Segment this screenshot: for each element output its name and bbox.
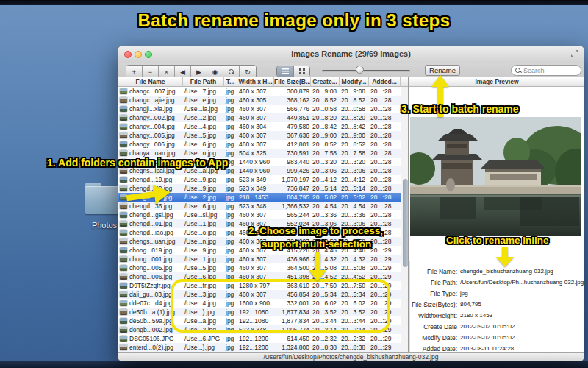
cell-file-name: changc...ajie.jpg	[129, 96, 174, 105]
table-row[interactable]: changy...005.jpg/Use...5.jpgjpg460 x 307…	[118, 131, 401, 140]
table-row[interactable]: chengd...gsi.jpg/Use...si.jpgjpg460 x 30…	[118, 210, 401, 219]
info-value[interactable]: jpg	[460, 290, 468, 297]
quicklook-button[interactable]: ◉	[207, 66, 223, 78]
search-button[interactable]	[223, 66, 240, 78]
cell-modified: 20...8:52	[340, 96, 369, 105]
list-view-button[interactable]	[277, 66, 293, 77]
info-label: File Type:	[410, 290, 457, 297]
cell-dims: 460 x 307	[237, 263, 274, 272]
cell-size: 412,801	[274, 140, 311, 149]
cell-added: 20...:28	[369, 140, 401, 149]
step2-annotation-line2: support multi-selection	[262, 238, 371, 250]
table-row[interactable]: DSC05106.JPG/Use...6.JPGjpg192...1200614…	[118, 334, 401, 343]
cell-dims: 523 x 348	[237, 202, 274, 210]
image-thumbnail	[120, 336, 127, 342]
table-row[interactable]: enterd...0(2).jpg/Use...).jpgjpg192...12…	[118, 343, 401, 352]
cell-added: 20...:28	[369, 237, 401, 246]
table-row[interactable]: changc...ajie.jpg/Use...e.jpgjpg460 x 30…	[118, 96, 401, 105]
column-header-type[interactable]: T...	[224, 77, 237, 87]
rename-button[interactable]: Rename	[425, 65, 460, 76]
remove-button[interactable]: −	[143, 66, 159, 78]
cell-modified: 20...8:20	[340, 113, 369, 122]
cell-path: /Use...5.jpg	[183, 131, 224, 140]
cell-dims: 218...1453	[237, 193, 274, 202]
info-value[interactable]: 804,795	[460, 301, 481, 308]
cell-added: 20...:28	[369, 96, 401, 105]
info-value[interactable]: chengde_bishushanzhuang-032.jpg	[460, 268, 553, 275]
cell-path: /Use...5.jpg	[183, 263, 224, 272]
table-row[interactable]: changy...002.jpg/Use...2.jpgjpg460 x 307…	[118, 113, 401, 122]
search-input[interactable]	[523, 67, 575, 74]
inline-rename-annotation: Click to rename inline	[446, 235, 549, 246]
back-button[interactable]: ◀	[175, 66, 191, 78]
cell-type: jpg	[224, 246, 237, 255]
cell-file-name: de50b...59a.jpg	[129, 316, 173, 325]
image-thumbnail	[120, 344, 127, 350]
cell-created: 20...9:08	[311, 87, 340, 96]
forward-button[interactable]: ▶	[191, 66, 207, 78]
cell-type: jpg	[224, 210, 237, 219]
cell-file-name: dali_gu...03.jpg	[129, 290, 172, 299]
info-value[interactable]: 2012-09-02 10:05:02	[460, 323, 514, 330]
cell-file-name: chengs...uan.jpg	[129, 237, 175, 246]
cell-type: jpg	[224, 140, 237, 149]
image-thumbnail	[120, 318, 127, 324]
table-row[interactable]: changy...004.jpg/Use...4.jpgjpg460 x 304…	[118, 122, 401, 131]
cell-modified: 20...3:06	[340, 166, 369, 175]
fullscreen-icon[interactable]	[570, 49, 579, 58]
column-header-name[interactable]: File Name	[118, 77, 183, 87]
cell-size: 566,776	[274, 105, 311, 113]
thumbnail-zoomer-slider[interactable]	[356, 66, 364, 74]
cell-dims: 460 x 307	[237, 210, 274, 219]
image-thumbnail	[120, 150, 127, 156]
info-value[interactable]: 2012-09-02 10:05:02	[460, 334, 514, 341]
table-row[interactable]: chong...005.jpg/Use...5.jpgjpg460 x 3073…	[118, 263, 401, 272]
cell-added: 20...:29	[369, 255, 401, 263]
image-thumbnail	[120, 309, 127, 315]
cell-path: /Use...n.jpg	[183, 237, 224, 246]
cell-dims: 504 x 325	[237, 149, 274, 158]
cell-created: 20...8:52	[311, 96, 340, 105]
column-header-path[interactable]: File Path	[183, 77, 224, 87]
grid-view-button[interactable]	[293, 66, 309, 77]
cell-path: /Use...9.jpg	[183, 184, 224, 193]
image-thumbnail	[120, 97, 127, 103]
vertical-scrollbar[interactable]	[401, 87, 408, 352]
cell-type: jpg	[224, 122, 237, 131]
info-value[interactable]: 2180 x 1453	[460, 312, 492, 319]
banner-text: Batch rename image only in 3 steps	[0, 10, 588, 31]
window-title: Images Rename (29/69 Images)	[118, 49, 584, 58]
info-value[interactable]: 2013-08-11 11:24:28	[460, 345, 514, 352]
table-row[interactable]: chong...001.jpg/Use...1.jpgjpg460 x 3074…	[118, 255, 401, 263]
cell-size: 983,440	[274, 158, 311, 166]
table-row[interactable]: changy...006.jpg/Use...6.jpgjpg460 x 307…	[118, 140, 401, 149]
title-bar[interactable]: Images Rename (29/69 Images)	[118, 46, 584, 63]
add-button[interactable]: +	[126, 66, 143, 78]
image-thumbnail	[120, 132, 127, 138]
thumbnail-zoomer-track[interactable]	[322, 70, 410, 72]
cell-size: 999,426	[274, 166, 311, 175]
column-header-added[interactable]: Added...	[369, 77, 401, 87]
cell-modified: 20...5:14	[340, 184, 369, 193]
cell-added: 20...:28	[369, 158, 401, 166]
scrollbar-thumb[interactable]	[403, 179, 408, 267]
cell-size: 1,366,532	[274, 202, 311, 210]
column-header-create[interactable]: Create...	[311, 77, 340, 87]
image-thumbnail	[120, 256, 127, 262]
cell-dims: 460 x 307	[237, 140, 274, 149]
delete-button[interactable]: ×	[159, 66, 175, 78]
cell-dims: 192...1200	[237, 334, 274, 343]
refresh-button[interactable]: ↻	[240, 66, 256, 78]
search-field[interactable]	[511, 65, 581, 76]
info-value[interactable]: /Users/fun/Desktop/Ph...hushanzhuang-032…	[460, 279, 584, 286]
table-row[interactable]: changji...xia.jpg/Use...ia.jpgjpg460 x 3…	[118, 105, 401, 113]
column-header-modify[interactable]: Modify...	[340, 77, 369, 87]
column-header-dims[interactable]: Width x H...	[237, 77, 274, 87]
table-row[interactable]: changc...007.jpg/Use...7.jpgjpg460 x 307…	[118, 87, 401, 96]
multi-selection-highlight	[171, 279, 390, 333]
cell-added: 20...:29	[369, 343, 401, 352]
column-header-size[interactable]: File Size(B...	[274, 77, 311, 87]
cell-added: 20...:29	[369, 334, 401, 343]
cell-modified: 20...3:20	[340, 158, 369, 166]
cell-created: 20...4:54	[311, 202, 340, 210]
